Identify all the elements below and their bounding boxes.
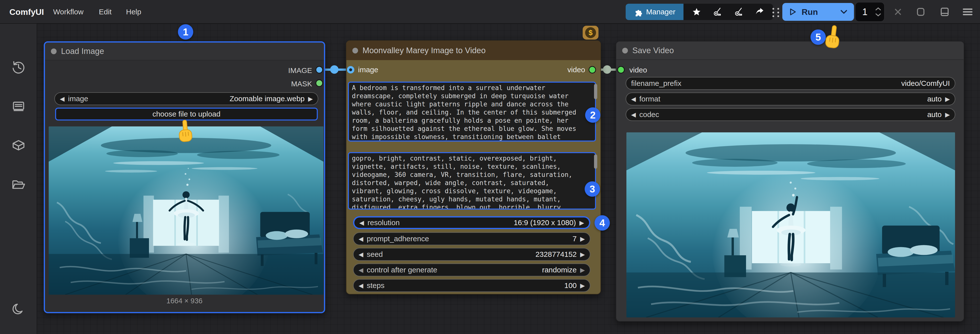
prev-arrow-icon[interactable]: ◀	[631, 96, 636, 103]
menu-workflow[interactable]: Workflow	[53, 0, 84, 24]
port-mask-output[interactable]	[315, 80, 323, 87]
manager-label: Manager	[646, 8, 675, 16]
widget-label: control after generate	[367, 266, 437, 274]
node-save-video[interactable]: Save Video video filename_prefix video/C…	[616, 41, 964, 322]
node-moonvalley-marey[interactable]: Moonvalley Marey Image to Video image vi…	[346, 40, 601, 294]
port-video-input[interactable]	[617, 66, 625, 74]
prompt-textarea[interactable]: A bedroom is transformed into a surreal …	[348, 82, 596, 142]
toolbar-drag-handle-icon[interactable]	[772, 8, 780, 17]
vacuum-icon[interactable]	[733, 6, 744, 17]
next-arrow-icon[interactable]: ▶	[945, 96, 950, 103]
share-icon[interactable]	[754, 6, 765, 17]
widget-format[interactable]: ◀ format auto ▶	[626, 93, 955, 105]
chevron-up-icon[interactable]	[875, 7, 881, 11]
batch-count-value[interactable]: 1	[856, 7, 874, 17]
comfyui-app: Load Image IMAGE MASK ◀ image Zoomable i…	[0, 0, 980, 334]
star-icon[interactable]	[691, 6, 702, 17]
close-icon[interactable]	[892, 6, 904, 18]
model-library-icon[interactable]	[11, 139, 26, 153]
widget-seed[interactable]: ◀ seed 2328774152 ▶	[353, 248, 590, 261]
top-menubar: ComfyUI Workflow Edit Help Manager	[0, 0, 980, 24]
widget-resolution[interactable]: ◀ resolution 16:9 (1920 x 1080) ▶	[353, 216, 590, 229]
input-label-image: image	[358, 66, 378, 74]
prev-arrow-icon[interactable]: ◀	[60, 95, 65, 102]
quick-actions-strip	[684, 4, 773, 20]
widget-label: format	[639, 95, 660, 103]
node-title: Save Video	[632, 46, 674, 55]
next-arrow-icon[interactable]: ▶	[579, 219, 584, 226]
widget-value: auto	[927, 95, 942, 103]
prev-arrow-icon[interactable]: ◀	[631, 111, 636, 118]
pointing-hand-icon	[818, 23, 846, 53]
comfyui-logo[interactable]: ComfyUI	[10, 0, 44, 24]
port-image-input[interactable]	[347, 66, 354, 74]
link-image-midpoint-dot[interactable]	[330, 66, 339, 74]
underwater-scene	[49, 126, 323, 295]
image-combo-widget[interactable]: ◀ image Zoomable image.webp ▶	[54, 92, 318, 105]
widget-value: 7	[573, 235, 577, 243]
image-dimensions: 1664 × 936	[45, 297, 324, 305]
next-arrow-icon[interactable]: ▶	[580, 251, 585, 258]
next-arrow-icon[interactable]: ▶	[580, 267, 585, 273]
next-arrow-icon[interactable]: ▶	[308, 95, 313, 102]
widget-control-after-generate[interactable]: ◀ control after generate randomize ▶	[353, 264, 590, 276]
maximize-icon[interactable]	[915, 6, 927, 18]
port-video-output[interactable]	[589, 66, 596, 74]
widget-label: resolution	[368, 219, 399, 227]
prev-arrow-icon[interactable]: ◀	[359, 219, 364, 226]
widget-label: seed	[367, 250, 383, 259]
annotation-badge-3: 3	[585, 181, 600, 197]
collapse-dot[interactable]	[622, 48, 628, 53]
output-label-video: video	[567, 66, 585, 74]
next-arrow-icon[interactable]: ▶	[945, 111, 950, 118]
panel-layout-icon[interactable]	[939, 6, 951, 18]
prev-arrow-icon[interactable]: ◀	[358, 267, 363, 273]
port-image-output[interactable]	[315, 66, 323, 74]
negative-prompt-scrollbar[interactable]	[594, 154, 597, 169]
node-title: Moonvalley Marey Image to Video	[363, 46, 485, 55]
widget-steps[interactable]: ◀ steps 100 ▶	[353, 279, 590, 292]
left-sidebar	[0, 24, 37, 334]
video-preview[interactable]	[627, 133, 955, 317]
negative-prompt-textarea[interactable]: gopro, bright, contrast, static, overexp…	[348, 152, 596, 209]
collapse-dot[interactable]	[51, 48, 57, 54]
widget-value: 2328774152	[536, 250, 577, 259]
link-video-midpoint-dot[interactable]	[603, 66, 611, 74]
theme-moon-icon[interactable]	[11, 302, 26, 316]
widget-value: 100	[565, 281, 577, 290]
widget-codec[interactable]: ◀ codec auto ▶	[626, 108, 955, 121]
menu-help[interactable]: Help	[126, 0, 142, 24]
prompt-scrollbar[interactable]	[594, 84, 597, 99]
collapse-dot[interactable]	[352, 48, 358, 53]
history-icon[interactable]	[11, 60, 26, 74]
next-arrow-icon[interactable]: ▶	[580, 282, 585, 289]
menu-edit[interactable]: Edit	[99, 0, 112, 24]
output-label-image: IMAGE	[288, 66, 312, 75]
image-preview	[49, 126, 323, 295]
run-button[interactable]: Run	[782, 3, 854, 21]
output-label-mask: MASK	[291, 80, 312, 88]
widget-label: filename_prefix	[631, 79, 681, 88]
hamburger-menu-icon[interactable]	[962, 6, 974, 18]
prev-arrow-icon[interactable]: ◀	[358, 282, 363, 289]
prev-arrow-icon[interactable]: ◀	[358, 251, 363, 258]
node-load-image-header[interactable]: Load Image	[45, 43, 324, 61]
node-save-video-header[interactable]: Save Video	[616, 42, 964, 60]
widget-prompt-adherence[interactable]: ◀ prompt_adherence 7 ▶	[353, 232, 590, 245]
node-library-icon[interactable]	[11, 99, 26, 113]
widget-value: randomize	[542, 266, 577, 274]
chevron-down-icon[interactable]	[875, 13, 881, 17]
batch-count-stepper[interactable]: 1	[855, 2, 885, 22]
node-load-image[interactable]: Load Image IMAGE MASK ◀ image Zoomable i…	[44, 41, 325, 313]
choose-file-button[interactable]: choose file to upload	[55, 108, 318, 120]
vacuum-icon[interactable]	[712, 6, 723, 17]
prev-arrow-icon[interactable]: ◀	[358, 235, 363, 243]
manager-button[interactable]: Manager	[626, 4, 684, 20]
node-moonvalley-header[interactable]: Moonvalley Marey Image to Video	[347, 41, 600, 60]
widget-filename-prefix[interactable]: filename_prefix video/ComfyUI	[626, 77, 955, 90]
next-arrow-icon[interactable]: ▶	[580, 235, 585, 243]
annotation-badge-1: 1	[178, 24, 193, 40]
annotation-badge-4: 4	[595, 215, 610, 230]
workflows-folder-icon[interactable]	[11, 178, 26, 192]
puzzle-icon	[634, 7, 643, 16]
